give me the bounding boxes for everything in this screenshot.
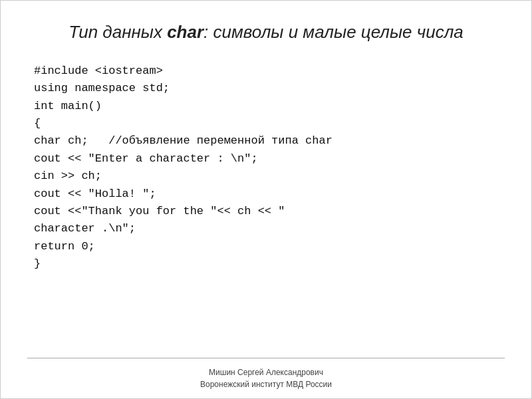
footer: Мишин Сергей Александрович Воронежский и… <box>1 366 531 390</box>
slide-title: Тип данных char: символы и малые целые ч… <box>34 21 498 44</box>
slide: Тип данных char: символы и малые целые ч… <box>0 0 532 399</box>
footer-divider <box>27 358 505 358</box>
footer-line2: Воронежский институт МВД России <box>1 378 531 390</box>
code-line-1: #include <iostream> using namespace std;… <box>34 65 332 270</box>
title-suffix: : символы и малые целые числа <box>203 22 464 42</box>
code-block: #include <iostream> using namespace std;… <box>34 63 498 273</box>
title-keyword: char <box>167 22 203 42</box>
title-prefix: Тип данных <box>68 22 167 42</box>
footer-line1: Мишин Сергей Александрович <box>1 366 531 378</box>
